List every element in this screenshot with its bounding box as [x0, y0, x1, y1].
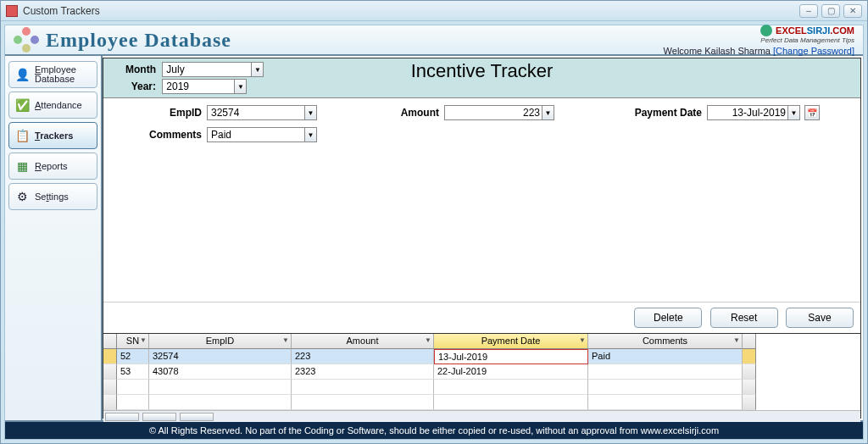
chevron-down-icon[interactable]: ▼ [304, 128, 316, 142]
app-icon [6, 5, 18, 17]
check-person-icon: ✅ [14, 97, 30, 113]
col-header-sn[interactable]: SN▼ [117, 334, 149, 349]
app-title: Employee Database [46, 29, 231, 52]
payment-date-combo[interactable]: ▼ [707, 105, 800, 120]
chevron-down-icon[interactable]: ▼ [251, 63, 263, 76]
month-combo[interactable]: ▼ [162, 62, 264, 77]
change-password-link[interactable]: [Change Password] [773, 46, 854, 56]
excel-icon: ▦ [14, 158, 30, 174]
table-row[interactable] [103, 395, 860, 410]
empid-combo[interactable]: ▼ [207, 105, 317, 120]
maximize-button[interactable]: ▢ [821, 4, 840, 18]
year-combo[interactable]: ▼ [162, 79, 247, 94]
grid-hscroll[interactable] [103, 410, 860, 422]
chevron-down-icon[interactable]: ▼ [282, 336, 289, 344]
close-button[interactable]: ✕ [843, 4, 862, 18]
payment-date-label: Payment Date [571, 107, 707, 119]
action-bar: Delete Reset Save [103, 302, 860, 333]
amount-combo[interactable]: ▼ [444, 105, 554, 120]
table-row[interactable]: 52 32574 223 13-Jul-2019 Paid [103, 349, 860, 364]
chevron-down-icon[interactable]: ▼ [234, 80, 246, 93]
nav-reports[interactable]: ▦ Reports [8, 153, 97, 180]
data-grid: SN▼ EmpID▼ Amount▼ Payment Date▼ Comment… [103, 333, 860, 418]
app-header: Employee Database EXCELSIRJI.COM Perfect… [5, 25, 863, 56]
nav-attendance[interactable]: ✅ Attendance [8, 92, 97, 119]
window-controls: – ▢ ✕ [799, 4, 862, 18]
delete-button[interactable]: Delete [634, 308, 702, 328]
col-header-payment-date[interactable]: Payment Date▼ [434, 334, 588, 349]
nav-trackers[interactable]: 📋 Trackers [8, 122, 97, 149]
titlebar: Custom Trackers – ▢ ✕ [1, 1, 867, 21]
save-button[interactable]: Save [786, 308, 854, 328]
client-area: Employee Database EXCELSIRJI.COM Perfect… [4, 25, 864, 440]
payment-date-input[interactable] [708, 106, 799, 119]
footer: © All Rights Reserved. No part of the Co… [5, 420, 863, 439]
table-row[interactable]: 53 43078 2323 22-Jul-2019 [103, 364, 860, 380]
brand-row: EXCELSIRJI.COM [664, 25, 854, 36]
main-panel: Month ▼ Year: ▼ [103, 58, 861, 419]
person-icon: 👤 [14, 67, 30, 82]
chevron-down-icon[interactable]: ▼ [140, 336, 147, 344]
brand-tagline: Perfect Data Management Tips [664, 36, 854, 44]
chevron-down-icon[interactable]: ▼ [304, 106, 316, 119]
app-window: Custom Trackers – ▢ ✕ Employee Database … [0, 0, 868, 444]
reset-button[interactable]: Reset [710, 308, 778, 328]
payment-date-cell-editing[interactable]: 13-Jul-2019 [434, 349, 588, 364]
year-label: Year: [112, 80, 156, 92]
col-header-comments[interactable]: Comments▼ [588, 334, 743, 349]
chevron-down-icon[interactable]: ▼ [733, 336, 740, 344]
col-header-empid[interactable]: EmpID▼ [149, 334, 292, 349]
amount-input[interactable] [445, 106, 554, 119]
nav-employee-database[interactable]: 👤 Employee Database [8, 61, 97, 88]
month-input[interactable] [163, 63, 263, 76]
page-title: Incentive Tracker [411, 60, 554, 82]
row-selector[interactable] [103, 364, 117, 380]
minimize-button[interactable]: – [799, 4, 818, 18]
chevron-down-icon[interactable]: ▼ [425, 336, 431, 344]
amount-label: Amount [334, 107, 444, 119]
comments-combo[interactable]: ▼ [207, 127, 317, 142]
welcome-text: Welcome Kailash Sharma [Change Password] [664, 46, 854, 56]
logo-icon [14, 27, 39, 53]
brand-globe-icon [760, 25, 772, 36]
month-label: Month [112, 64, 156, 75]
chevron-down-icon[interactable]: ▼ [542, 106, 554, 119]
chevron-down-icon[interactable]: ▼ [787, 106, 799, 119]
chevron-down-icon[interactable]: ▼ [579, 336, 586, 344]
calendar-icon[interactable]: 📅 [804, 105, 820, 120]
list-icon: 📋 [14, 128, 30, 143]
empid-label: EmpID [114, 107, 207, 119]
grid-header-row: SN▼ EmpID▼ Amount▼ Payment Date▼ Comment… [103, 334, 860, 349]
window-title: Custom Trackers [23, 5, 799, 17]
col-header-amount[interactable]: Amount▼ [292, 334, 434, 349]
comments-label: Comments [114, 129, 207, 141]
gear-icon: ⚙ [14, 189, 30, 204]
body: 👤 Employee Database ✅ Attendance 📋 Track… [5, 56, 863, 420]
row-selector[interactable] [103, 349, 117, 364]
empid-input[interactable] [208, 106, 316, 119]
row-selector-header[interactable] [103, 334, 117, 349]
nav-settings[interactable]: ⚙ Settings [8, 183, 97, 210]
header-right: EXCELSIRJI.COM Perfect Data Management T… [664, 25, 854, 56]
sidebar: 👤 Employee Database ✅ Attendance 📋 Track… [5, 56, 103, 420]
comments-input[interactable] [208, 128, 316, 142]
table-row[interactable] [103, 380, 860, 395]
filter-bar: Month ▼ Year: ▼ [103, 58, 860, 98]
brand-text: EXCELSIRJI.COM [776, 25, 854, 36]
entry-form: EmpID ▼ Amount ▼ Payment D [103, 98, 860, 149]
